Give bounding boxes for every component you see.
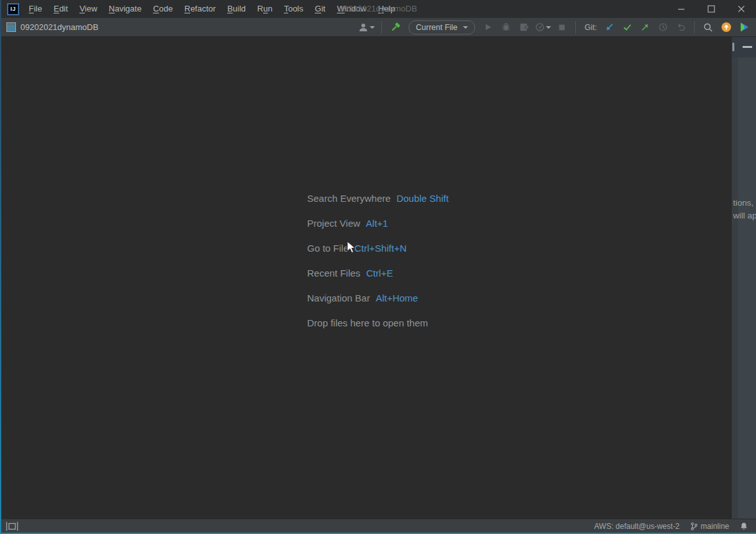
menu-refactor[interactable]: Refactor: [179, 0, 222, 18]
status-bar: AWS: default@us-west-2 mainline: [0, 519, 756, 533]
menu-run[interactable]: Run: [252, 0, 278, 18]
branch-icon: [690, 522, 699, 531]
plugin-icon[interactable]: [737, 20, 751, 34]
git-rollback-icon[interactable]: [674, 20, 688, 34]
toolbar-separator: [694, 21, 695, 34]
git-update-icon[interactable]: [602, 20, 616, 34]
git-branch-widget[interactable]: mainline: [690, 522, 729, 531]
project-name[interactable]: 09202021dynamoDB: [20, 22, 98, 32]
window-title: 09202021dynamoDB: [339, 0, 417, 18]
profiler-icon[interactable]: [517, 20, 531, 34]
project-icon: [6, 22, 16, 32]
profile-selector[interactable]: [358, 22, 375, 33]
close-button[interactable]: [726, 0, 756, 18]
profile-icon: [358, 22, 368, 33]
hint-search-everywhere: Search EverywhereDouble Shift: [307, 186, 449, 211]
clipped-notification-text: will ap: [733, 211, 756, 220]
empty-editor-hints: Search EverywhereDouble Shift Project Vi…: [307, 186, 449, 335]
clipped-notification-text: tions,: [733, 198, 753, 208]
hint-drop-files: Drop files here to open them: [307, 310, 449, 335]
hide-icon[interactable]: [743, 46, 752, 48]
git-commit-icon[interactable]: [620, 20, 634, 34]
toolbar-separator: [575, 21, 576, 34]
menu-file[interactable]: File: [23, 0, 48, 18]
app-logo-icon: IJ: [7, 3, 19, 15]
coverage-icon: [535, 22, 545, 32]
hint-project-view: Project ViewAlt+1: [307, 211, 449, 236]
menu-navigate[interactable]: Navigate: [103, 0, 147, 18]
menu-git[interactable]: Git: [309, 0, 331, 18]
search-everywhere-icon[interactable]: [701, 20, 715, 34]
chevron-down-icon: [370, 26, 375, 29]
git-section-label: Git:: [585, 23, 597, 32]
update-available-icon[interactable]: [719, 20, 733, 34]
title-bar: IJ File Edit View Navigate Code Refactor…: [0, 0, 756, 18]
window-controls: [666, 0, 756, 18]
run-icon[interactable]: [481, 20, 495, 34]
toolbar-separator: [381, 21, 382, 34]
ide-window: IJ File Edit View Navigate Code Refactor…: [0, 0, 756, 534]
hint-navigation-bar: Navigation BarAlt+Home: [307, 286, 449, 310]
main-toolbar: 09202021dynamoDB Current: [0, 18, 756, 37]
hint-go-to-file: Go to FileCtrl+Shift+N: [307, 236, 449, 261]
git-history-icon[interactable]: [656, 20, 670, 34]
menu-edit[interactable]: Edit: [48, 0, 73, 18]
coverage-selector[interactable]: [535, 22, 551, 32]
menu-build[interactable]: Build: [222, 0, 252, 18]
stop-icon[interactable]: [555, 20, 569, 34]
notifications-bell-icon[interactable]: [739, 522, 748, 531]
run-config-label: Current File: [416, 23, 457, 32]
menu-view[interactable]: View: [73, 0, 103, 18]
build-hammer-icon[interactable]: [388, 20, 402, 34]
mouse-cursor: [347, 241, 356, 254]
hint-recent-files: Recent FilesCtrl+E: [307, 261, 449, 286]
toolwindow-toggle-icon[interactable]: [6, 522, 19, 531]
minimize-button[interactable]: [666, 0, 696, 18]
chevron-down-icon: [546, 26, 551, 29]
debug-icon[interactable]: [499, 20, 513, 34]
main-area: Search EverywhereDouble Shift Project Vi…: [0, 37, 756, 519]
chevron-down-icon: [463, 26, 468, 29]
notification-header: [732, 37, 756, 57]
clipped-icon: [732, 43, 734, 51]
branch-name: mainline: [700, 522, 729, 531]
aws-status[interactable]: AWS: default@us-west-2: [594, 522, 680, 531]
git-push-icon[interactable]: [638, 20, 652, 34]
menu-tools[interactable]: Tools: [278, 0, 309, 18]
editor-area[interactable]: Search EverywhereDouble Shift Project Vi…: [0, 37, 732, 519]
notification-strip: tions, will ap: [732, 37, 756, 519]
menu-code[interactable]: Code: [147, 0, 179, 18]
maximize-button[interactable]: [696, 0, 726, 18]
run-config-selector[interactable]: Current File: [409, 20, 474, 34]
